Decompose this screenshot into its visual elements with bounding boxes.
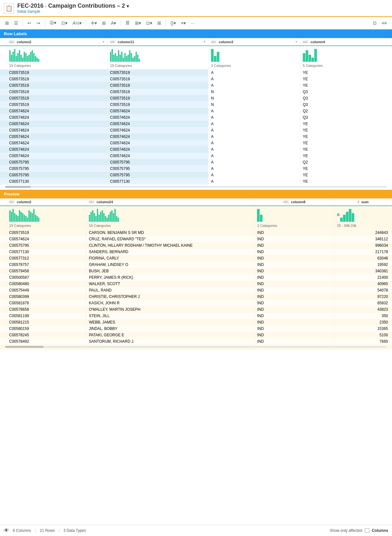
row-col2: C00579458 (6, 268, 86, 274)
row-col2: C00573519 (6, 82, 107, 89)
table-row: · C00574624 C00574624 A YE (0, 153, 392, 159)
upper-col11-header[interactable]: ABC column11 ▾ (107, 38, 208, 46)
upper-col4-header[interactable]: ABC column4 (300, 38, 392, 46)
col-button-3[interactable]: ⊡▾ (144, 19, 154, 27)
app-title: FEC-2016 › Campaign Contributions – 2 ▾ (17, 3, 129, 9)
format-button[interactable]: ⓑ▾ (48, 19, 58, 27)
row-col3: A (208, 178, 300, 185)
row-col4: YE (300, 178, 392, 185)
col-button-1[interactable]: 冒 (123, 19, 132, 27)
crosshair-button[interactable]: ✛▾ (89, 19, 99, 27)
toolbar-divider-3 (86, 20, 86, 27)
row-col8: IND (255, 319, 334, 325)
row-col4: YE (300, 121, 392, 127)
row-col4: YE (300, 127, 392, 133)
code-button[interactable]: {}▾ (169, 19, 177, 27)
row-col4: Q3 (300, 101, 392, 108)
col-button-2[interactable]: ⊞▾ (133, 19, 143, 27)
row-col3: N (208, 89, 300, 95)
row-col2: C00575795 (6, 242, 86, 249)
table-button[interactable]: ⊡▾ (59, 19, 69, 27)
table-row: · C00575449 PAUL, RAND IND 54078 (0, 287, 392, 293)
row-col2: C00578658 (6, 306, 86, 313)
preview-table-body: · C00573519 CARSON, BENJAMIN S SR MD IND… (0, 229, 392, 345)
row-col4: YE (300, 82, 392, 89)
grid-button[interactable]: ⊞ (3, 19, 11, 27)
row-dot: · (0, 306, 6, 313)
upper-col3-header[interactable]: ABC column3 ▾ (208, 38, 300, 46)
row-dot: · (0, 261, 6, 268)
row-col4: YE (300, 76, 392, 82)
preview-col24-header[interactable]: ABC column24 (86, 198, 255, 206)
row-dot: · (0, 255, 6, 261)
row-col24: PERRY, JAMES R (RICK) (86, 274, 255, 281)
toolbar-right: ⊡ ≡≡ (371, 19, 389, 27)
row-col4: Q2 (300, 159, 392, 165)
col-button-4[interactable]: ⊞ (155, 19, 163, 27)
upper-scrollbar[interactable] (5, 186, 387, 188)
preview-col2-header[interactable]: ABC column2 (6, 198, 86, 206)
resize-button[interactable]: ⊞ (100, 19, 108, 27)
menu-button[interactable]: ☰ (12, 19, 20, 27)
table-row: · C00581215 WEBB, JAMES IND 2350 (0, 319, 392, 325)
sort-button[interactable]: A½▾ (71, 19, 83, 27)
row-col2: C00573519 (6, 95, 107, 101)
row-col4: Q3 (300, 114, 392, 121)
undo-button[interactable]: ↩ (26, 19, 33, 27)
row-col11: C00573519 (107, 76, 208, 82)
preview-col8-header[interactable]: ABC column8 (255, 198, 334, 206)
breadcrumb: FEC-2016 (17, 3, 43, 9)
preview-sum-header[interactable]: # sum (334, 198, 392, 206)
row-col8: IND (255, 229, 334, 236)
row-col24: CRUZ, RAFAEL EDWARD "TED" (86, 236, 255, 242)
row-col2: C00580159 (6, 325, 86, 332)
row-col11: C00574624 (107, 133, 208, 140)
row-sum: 996034 (334, 242, 392, 249)
redo-button[interactable]: ↪ (35, 19, 42, 27)
show-only-affected-checkbox[interactable] (365, 528, 369, 533)
upper-section: Row Labels ABC column2 ▾ (0, 29, 392, 190)
table-row: · C00578658 O'MALLEY, MARTIN JOSEPH IND … (0, 306, 392, 313)
more-button[interactable]: ··· (189, 19, 197, 27)
row-dot: · (0, 121, 6, 127)
row-sum: 2350 (334, 319, 392, 325)
table-row: · C00573519 C00573519 A YE (0, 82, 392, 89)
row-col11: C00577130 (107, 178, 208, 185)
preview-sum-chart-area (337, 207, 389, 222)
dropdown-arrow[interactable]: ▾ (127, 4, 129, 9)
preview-dot-header (0, 198, 6, 206)
filter-button[interactable]: ≡▾ (179, 19, 188, 27)
row-col4: YE (300, 172, 392, 178)
preview-scrollbar[interactable] (5, 346, 387, 348)
preview-sum-chart (340, 207, 359, 222)
row-sum: 97220 (334, 293, 392, 300)
row-col11: C00574624 (107, 108, 208, 114)
show-only-affected-label: Show only affected (330, 528, 362, 533)
settings-button[interactable]: ≡≡ (380, 19, 389, 27)
row-col11: C00575795 (107, 165, 208, 172)
row-col2: C00578492 (6, 338, 86, 345)
columns-count: 6 Columns (13, 528, 31, 533)
text-button[interactable]: A▾ (109, 19, 118, 27)
row-col2: C00574624 (6, 236, 86, 242)
row-col2: C00573519 (6, 229, 86, 236)
table-row: · C00579458 BUSH, JEB IND 340381 (0, 268, 392, 274)
export-button[interactable]: ⊡ (371, 19, 379, 27)
row-dot: · (0, 300, 6, 306)
row-col4: Q2 (300, 108, 392, 114)
row-dot: · (0, 140, 6, 146)
row-col11: C00574624 (107, 121, 208, 127)
row-sum: 340381 (334, 268, 392, 274)
row-col11: C00574624 (107, 140, 208, 146)
row-col24: WALKER, SCOTT (86, 281, 255, 287)
checkbox-box[interactable] (365, 528, 369, 533)
table-row: · C00573519 C00573519 A YE (0, 69, 392, 76)
columns-button[interactable]: Columns (372, 528, 388, 533)
row-col3: N (208, 95, 300, 101)
status-bar-right: Show only affected Columns (330, 528, 388, 533)
upper-section-label: Row Labels (4, 31, 27, 36)
row-col2: C00574624 (6, 140, 107, 146)
table-row: · C00577130 SANDERS, BERNARD IND 217178 (0, 249, 392, 255)
upper-col2-header[interactable]: ABC column2 ▾ (6, 38, 107, 46)
preview-section: Preview ABC column2 (0, 190, 392, 350)
